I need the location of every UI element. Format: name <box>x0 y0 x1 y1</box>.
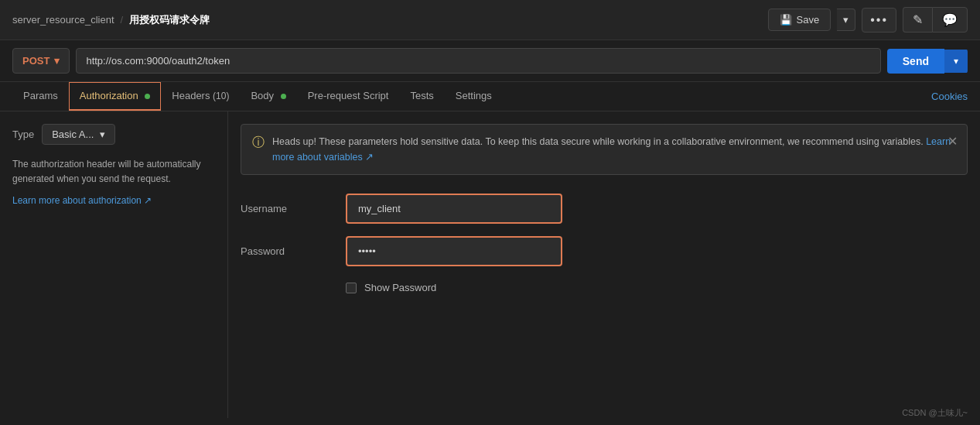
tab-body[interactable]: Body <box>240 82 296 111</box>
tab-authorization[interactable]: Authorization <box>69 82 162 111</box>
auth-form: Username Password Show Password <box>241 194 968 293</box>
more-options-button[interactable]: ••• <box>862 8 896 33</box>
top-bar-actions: 💾 Save ▾ ••• ✎ 💬 <box>768 7 968 33</box>
type-label: Type <box>12 129 34 140</box>
left-panel: Type Basic A... ▾ The authorization head… <box>0 111 228 418</box>
auth-description: The authorization header will be automat… <box>12 157 215 187</box>
edit-button[interactable]: ✎ <box>903 7 932 33</box>
url-input[interactable] <box>76 48 880 74</box>
username-input-wrapper <box>346 194 562 224</box>
main-content: Type Basic A... ▾ The authorization head… <box>0 111 980 418</box>
password-input-wrapper <box>346 236 562 266</box>
send-dropdown-button[interactable]: ▾ <box>944 50 968 73</box>
username-row: Username <box>241 194 968 224</box>
save-icon: 💾 <box>780 14 792 26</box>
send-button-group: Send ▾ <box>887 49 968 74</box>
tab-params[interactable]: Params <box>12 82 69 111</box>
show-password-label: Show Password <box>364 282 436 293</box>
save-dropdown-button[interactable]: ▾ <box>837 9 855 31</box>
save-button[interactable]: 💾 Save <box>768 9 831 31</box>
save-label: Save <box>797 14 820 26</box>
footer: CSDN @土味儿~ <box>902 407 968 419</box>
tab-tests[interactable]: Tests <box>399 82 444 111</box>
username-label: Username <box>241 203 333 214</box>
breadcrumb: server_resource_client / 用授权码请求令牌 <box>12 13 210 27</box>
breadcrumb-separator: / <box>121 14 124 26</box>
type-row: Type Basic A... ▾ <box>12 124 215 145</box>
alert-banner: ⓘ Heads up! These parameters hold sensit… <box>241 124 968 175</box>
password-row: Password <box>241 236 968 266</box>
comment-button[interactable]: 💬 <box>932 7 968 33</box>
method-label: POST <box>22 55 50 67</box>
url-bar: POST ▾ Send ▾ <box>0 40 980 82</box>
headers-count: (10) <box>213 91 229 101</box>
method-select[interactable]: POST ▾ <box>12 48 70 74</box>
body-dot <box>281 94 286 99</box>
method-dropdown-icon: ▾ <box>54 55 60 67</box>
footer-text: CSDN @土味儿~ <box>902 408 968 417</box>
right-panel: ⓘ Heads up! These parameters hold sensit… <box>228 111 980 418</box>
alert-close-button[interactable]: ✕ <box>948 134 958 149</box>
top-bar: server_resource_client / 用授权码请求令牌 💾 Save… <box>0 0 980 40</box>
send-button[interactable]: Send <box>887 49 944 74</box>
edit-comment-group: ✎ 💬 <box>903 7 968 33</box>
tab-headers[interactable]: Headers (10) <box>161 82 240 111</box>
password-input[interactable] <box>346 236 562 266</box>
username-input[interactable] <box>346 194 562 224</box>
alert-text: Heads up! These parameters hold sensitiv… <box>272 134 956 165</box>
learn-more-link[interactable]: Learn more about authorization ↗ <box>12 195 152 206</box>
type-dropdown-icon: ▾ <box>100 129 105 140</box>
breadcrumb-link[interactable]: server_resource_client <box>12 14 114 26</box>
cookies-link[interactable]: Cookies <box>931 83 968 110</box>
tab-pre-request-script[interactable]: Pre-request Script <box>297 82 400 111</box>
tabs-bar: Params Authorization Headers (10) Body P… <box>0 82 980 111</box>
show-password-checkbox[interactable] <box>346 283 357 293</box>
breadcrumb-current: 用授权码请求令牌 <box>129 13 210 27</box>
type-select[interactable]: Basic A... ▾ <box>42 124 115 145</box>
alert-icon: ⓘ <box>252 135 265 151</box>
tab-settings[interactable]: Settings <box>445 82 503 111</box>
alert-message: Heads up! These parameters hold sensitiv… <box>272 136 924 147</box>
password-label: Password <box>241 245 333 257</box>
type-value: Basic A... <box>52 129 94 140</box>
show-password-row: Show Password <box>346 282 968 293</box>
authorization-dot <box>145 94 150 99</box>
